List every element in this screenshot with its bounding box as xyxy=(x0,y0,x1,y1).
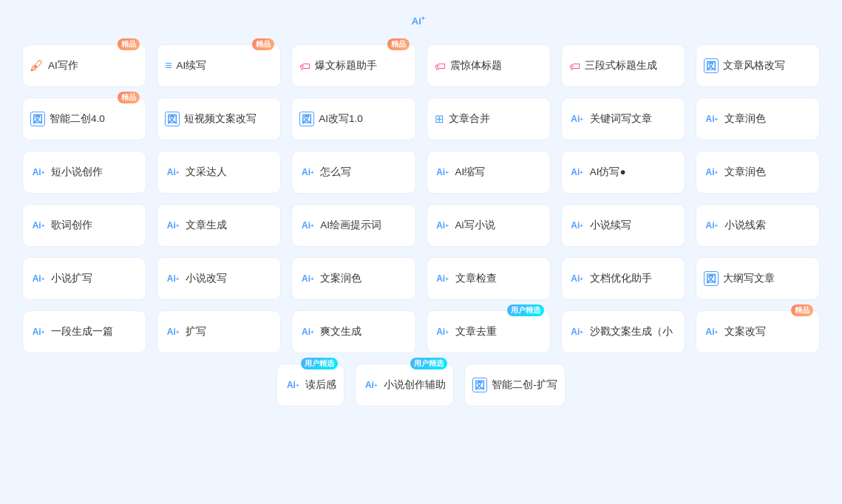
tool-card-smart-expand[interactable]: 図 智能二创-扩写 xyxy=(464,364,566,406)
tool-card-lyrics[interactable]: Ai+ 歌词创作 xyxy=(22,204,146,247)
tool-label: 短小说创作 xyxy=(51,166,103,179)
tool-label: 智能二创-扩写 xyxy=(492,378,557,392)
tool-card-novel-assist[interactable]: 用户精选 Ai+ 小说创作辅助 xyxy=(355,364,454,406)
doc-icon: 図 xyxy=(472,378,487,392)
tool-card-novel-clue[interactable]: Ai+ 小说线索 xyxy=(696,204,820,247)
ai-icon: Ai+ xyxy=(299,220,316,231)
tool-label: 文档优化助手 xyxy=(590,272,652,285)
tool-card-read-feel[interactable]: 用户精选 Ai+ 读后感 xyxy=(276,364,344,406)
ai-icon: Ai+ xyxy=(30,327,47,337)
tool-card-ai-write[interactable]: 精品 🖋 AI写作 xyxy=(22,44,146,87)
tool-label: 震惊体标题 xyxy=(450,59,502,72)
tool-card-three-title[interactable]: 🏷 三段式标题生成 xyxy=(561,44,685,87)
tool-label: 三段式标题生成 xyxy=(585,59,657,72)
tool-label: 歌词创作 xyxy=(51,219,92,232)
tool-card-article-remove[interactable]: 用户精选 Ai+ 文章去重 xyxy=(427,310,551,353)
badge: 用户精选 xyxy=(301,358,338,370)
tool-label: 文案润色 xyxy=(320,272,361,285)
tool-card-ai-draw-prompt[interactable]: Ai+ AI绘画提示词 xyxy=(291,204,415,247)
tool-card-keyword-write[interactable]: Ai+ 关键词写文章 xyxy=(561,98,685,140)
doc-icon: 図 xyxy=(299,112,314,126)
tool-label: 大纲写文章 xyxy=(723,272,775,285)
fire-icon: 🏷 xyxy=(299,60,310,72)
tool-label: 文案改写 xyxy=(724,325,766,338)
tool-card-writing-style[interactable]: Ai+ 文采达人 xyxy=(157,151,281,194)
tool-row-3: Ai+ 歌词创作 Ai+ 文章生成 Ai+ AI绘画提示词 Ai+ Ai写小说 … xyxy=(22,204,820,247)
page-title: Ai+ xyxy=(412,15,430,27)
tool-label: 文章合并 xyxy=(449,112,490,126)
ai-icon: Ai+ xyxy=(165,327,181,337)
ai-icon: Ai+ xyxy=(704,167,720,177)
tool-card-copy-rewrite[interactable]: 精品 Ai+ 文案改写 xyxy=(696,310,820,353)
ai-icon: Ai+ xyxy=(299,273,316,284)
tool-card-fun-gen[interactable]: Ai+ 爽文生成 xyxy=(291,310,415,353)
ai-icon: Ai+ xyxy=(704,114,720,124)
ai-icon: Ai+ xyxy=(299,167,316,177)
tool-label: 小说扩写 xyxy=(51,272,92,285)
tool-card-ai-imitate[interactable]: Ai+ AI仿写● xyxy=(561,151,685,194)
tool-row-2: Ai+ 短小说创作 Ai+ 文采达人 Ai+ 怎么写 Ai+ AI缩写 Ai+ … xyxy=(22,151,820,194)
tool-label: AI续写 xyxy=(177,59,207,72)
doc-icon: 図 xyxy=(30,112,45,126)
tool-card-article-gen[interactable]: Ai+ 文章生成 xyxy=(157,204,281,247)
tool-card-short-novel[interactable]: Ai+ 短小说创作 xyxy=(22,151,146,194)
tool-row-1: 精品 図 智能二创4.0 図 短视频文案改写 図 AI改写1.0 ⊞ 文章合并 … xyxy=(22,98,820,140)
tool-label: 爆文标题助手 xyxy=(315,59,377,72)
write-icon: 🖋 xyxy=(30,58,44,74)
ai-icon: Ai+ xyxy=(30,273,47,284)
title-prefix: Ai+ xyxy=(412,15,425,27)
tools-grid: 精品 🖋 AI写作 精品 ≡ AI续写 精品 🏷 爆文标题助手 🏷 震惊体标题 … xyxy=(22,44,820,417)
ai-icon: Ai+ xyxy=(569,220,585,231)
tool-label: 小说线索 xyxy=(724,219,766,232)
tool-card-style-rewrite[interactable]: 図 文章风格改写 xyxy=(696,44,820,87)
tool-card-article-check[interactable]: Ai+ 文章检查 xyxy=(427,257,551,300)
tool-card-smart-recreate[interactable]: 精品 図 智能二创4.0 xyxy=(22,98,146,140)
tool-card-doc-optimize[interactable]: Ai+ 文档优化助手 xyxy=(561,257,685,300)
tool-label: 文章生成 xyxy=(186,219,227,232)
tool-label: 关键词写文章 xyxy=(590,112,652,126)
tool-card-article-polish1[interactable]: Ai+ 文章润色 xyxy=(696,98,820,140)
ai-icon: Ai+ xyxy=(435,327,451,337)
tool-card-novel-continue[interactable]: Ai+ 小说续写 xyxy=(561,204,685,247)
ai-icon: Ai+ xyxy=(30,167,47,177)
tool-card-expand-write[interactable]: Ai+ 扩写 xyxy=(157,310,281,353)
tool-card-novel-expand[interactable]: Ai+ 小说扩写 xyxy=(22,257,146,300)
ai-icon: Ai+ xyxy=(435,167,451,177)
tool-card-ai-rewrite[interactable]: 図 AI改写1.0 xyxy=(291,98,415,140)
tool-label: AI仿写● xyxy=(590,166,626,179)
ai-icon: Ai+ xyxy=(569,273,585,284)
tool-card-sha-copy[interactable]: Ai+ 沙戳文案生成（小 xyxy=(561,310,685,353)
tool-card-ai-compress[interactable]: Ai+ AI缩写 xyxy=(427,151,551,194)
tool-label: 沙戳文案生成（小 xyxy=(590,325,673,338)
doc-icon: 図 xyxy=(704,271,719,286)
tool-card-novel-rewrite[interactable]: Ai+ 小说改写 xyxy=(157,257,281,300)
tool-row-0: 精品 🖋 AI写作 精品 ≡ AI续写 精品 🏷 爆文标题助手 🏷 震惊体标题 … xyxy=(22,44,820,87)
tool-card-copy-polish[interactable]: Ai+ 文案润色 xyxy=(291,257,415,300)
ai-icon: Ai+ xyxy=(165,167,181,177)
tool-label: 文采达人 xyxy=(186,166,227,179)
badge: 精品 xyxy=(791,304,813,316)
tool-card-ai-continue[interactable]: 精品 ≡ AI续写 xyxy=(157,44,281,87)
ai-icon: Ai+ xyxy=(435,220,451,231)
ai-icon: Ai+ xyxy=(569,327,585,337)
tool-card-ai-novel[interactable]: Ai+ Ai写小说 xyxy=(427,204,551,247)
tool-label: AI缩写 xyxy=(455,166,486,179)
badge: 精品 xyxy=(118,38,140,50)
badge: 用户精选 xyxy=(507,304,544,316)
tool-label: 文章检查 xyxy=(455,272,497,285)
tool-card-short-video[interactable]: 図 短视频文案改写 xyxy=(157,98,281,140)
tool-label: 文章去重 xyxy=(455,325,497,338)
tool-card-how-write[interactable]: Ai+ 怎么写 xyxy=(291,151,415,194)
tool-card-article-polish2[interactable]: Ai+ 文章润色 xyxy=(696,151,820,194)
tool-row-5: Ai+ 一段生成一篇 Ai+ 扩写 Ai+ 爽文生成 用户精选 Ai+ 文章去重… xyxy=(22,310,820,353)
tool-card-article-merge[interactable]: ⊞ 文章合并 xyxy=(427,98,551,140)
tool-label: 扩写 xyxy=(186,325,206,338)
tool-card-shock-title[interactable]: 🏷 震惊体标题 xyxy=(427,44,551,87)
tool-label: 读后感 xyxy=(305,378,336,392)
tool-card-outline-write[interactable]: 図 大纲写文章 xyxy=(696,257,820,300)
ai-icon: Ai+ xyxy=(30,220,47,231)
tool-card-one-para[interactable]: Ai+ 一段生成一篇 xyxy=(22,310,146,353)
tool-label: 文章风格改写 xyxy=(723,59,785,72)
ai-icon: Ai+ xyxy=(165,273,181,284)
tool-card-explode-title[interactable]: 精品 🏷 爆文标题助手 xyxy=(291,44,415,87)
